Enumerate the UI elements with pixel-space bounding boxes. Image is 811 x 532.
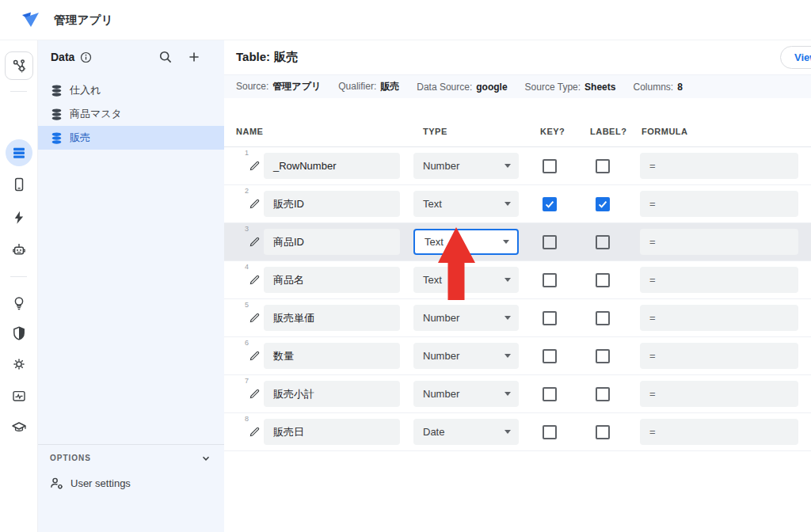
search-tables-button[interactable] <box>158 50 173 64</box>
appsheet-logo-icon[interactable] <box>20 10 40 30</box>
column-row: 5販売単価Number= <box>224 299 811 337</box>
label-checkbox[interactable] <box>596 387 610 401</box>
formula-field[interactable]: = <box>640 305 798 331</box>
key-checkbox[interactable] <box>543 387 557 401</box>
formula-field[interactable]: = <box>640 191 798 217</box>
key-checkbox[interactable] <box>543 197 557 211</box>
dropdown-caret-icon <box>504 164 511 168</box>
column-name-field[interactable]: 販売小計 <box>264 381 400 407</box>
user-settings-item[interactable]: User settings <box>37 471 224 495</box>
column-name-field[interactable]: 販売ID <box>264 191 400 217</box>
table-list-item[interactable]: 商品マスタ <box>37 102 224 126</box>
formula-field[interactable]: = <box>640 229 798 255</box>
robot-icon <box>11 242 27 258</box>
key-checkbox[interactable] <box>543 235 557 249</box>
column-type-dropdown[interactable]: Number <box>413 305 519 331</box>
edit-column-button[interactable] <box>249 426 261 438</box>
dropdown-caret-icon <box>504 392 511 396</box>
add-table-button[interactable] <box>188 51 200 63</box>
key-checkbox[interactable] <box>543 425 557 439</box>
column-type-dropdown[interactable]: Text <box>413 191 519 217</box>
column-type-dropdown[interactable]: Number <box>413 381 519 407</box>
column-type-value: Number <box>423 350 459 362</box>
key-checkbox[interactable] <box>543 273 557 287</box>
rail-intelligence-button[interactable] <box>6 290 32 317</box>
formula-field[interactable]: = <box>640 419 798 445</box>
column-header: FORMULA <box>642 127 688 136</box>
user-settings-icon <box>50 477 63 490</box>
formula-field[interactable]: = <box>640 343 798 369</box>
key-checkbox[interactable] <box>543 349 557 363</box>
column-name-field[interactable]: 数量 <box>264 343 400 369</box>
column-name-field[interactable]: 販売日 <box>264 419 400 445</box>
column-row: 8販売日Date= <box>224 413 811 451</box>
database-icon <box>51 84 63 97</box>
checkmark-icon <box>597 199 608 210</box>
rail-settings-button[interactable] <box>6 351 32 378</box>
rail-automation-button[interactable] <box>6 237 32 264</box>
table-item-label: 商品マスタ <box>70 107 122 121</box>
row-number: 6 <box>245 339 249 347</box>
rail-divider <box>10 276 27 277</box>
edit-column-button[interactable] <box>249 388 261 400</box>
column-name-field[interactable]: 販売単価 <box>264 305 400 331</box>
column-type-value: Text <box>423 198 442 210</box>
options-header[interactable]: OPTIONS <box>37 445 224 471</box>
column-row: 6数量Number= <box>224 337 811 375</box>
label-checkbox[interactable] <box>596 235 610 249</box>
formula-field[interactable]: = <box>640 381 798 407</box>
column-row: 2販売IDText= <box>224 185 811 223</box>
rail-manage-button[interactable] <box>6 382 32 409</box>
column-name-field[interactable]: 商品ID <box>264 229 400 255</box>
label-checkbox[interactable] <box>596 311 610 325</box>
search-icon <box>158 50 173 64</box>
column-type-dropdown[interactable]: Number <box>413 153 519 179</box>
table-header: Table: 販売 View <box>224 40 811 74</box>
row-number: 5 <box>245 301 249 309</box>
rail-security-button[interactable] <box>6 320 32 347</box>
label-checkbox[interactable] <box>596 273 610 287</box>
formula-field[interactable]: = <box>640 267 798 293</box>
rail-workflow-gear-button[interactable] <box>5 51 33 80</box>
column-name-field[interactable]: _RowNumber <box>264 153 400 179</box>
checkmark-icon <box>544 199 555 210</box>
column-type-dropdown[interactable]: Text <box>413 267 519 293</box>
column-type-dropdown[interactable]: Date <box>413 419 519 445</box>
shield-icon <box>11 325 27 341</box>
edit-column-button[interactable] <box>249 236 261 248</box>
rail-learn-button[interactable] <box>6 414 32 441</box>
rail-data-button[interactable] <box>6 139 32 166</box>
column-name-field[interactable]: 商品名 <box>264 267 400 293</box>
table-list-item[interactable]: 仕入れ <box>37 78 224 102</box>
edit-column-button[interactable] <box>249 160 261 172</box>
label-checkbox[interactable] <box>596 197 610 211</box>
key-checkbox[interactable] <box>543 159 557 173</box>
edit-column-button[interactable] <box>249 274 261 286</box>
row-number: 7 <box>245 377 249 385</box>
edit-column-button[interactable] <box>249 198 261 210</box>
column-header: KEY? <box>540 127 565 136</box>
rail-actions-button[interactable] <box>6 204 32 231</box>
label-checkbox[interactable] <box>596 349 610 363</box>
column-type-dropdown[interactable]: Number <box>413 343 519 369</box>
column-type-value: Text <box>425 236 444 248</box>
view-button[interactable]: View <box>780 46 811 69</box>
label-checkbox[interactable] <box>596 425 610 439</box>
app-title: 管理アプリ <box>54 13 113 28</box>
formula-field[interactable]: = <box>640 153 798 179</box>
info-icon[interactable] <box>80 51 92 63</box>
key-checkbox[interactable] <box>543 311 557 325</box>
column-rows: 1_RowNumberNumber=2販売IDText=3商品IDText=4商… <box>224 147 811 451</box>
monitor-pulse-icon <box>11 388 27 404</box>
row-number: 8 <box>245 415 249 423</box>
rail-app-views-button[interactable] <box>6 171 32 198</box>
table-title-name: 販売 <box>274 50 298 65</box>
edit-column-button[interactable] <box>249 350 261 362</box>
column-type-dropdown[interactable]: Text <box>413 229 519 255</box>
label-checkbox[interactable] <box>596 159 610 173</box>
column-row: 3商品IDText= <box>224 223 811 261</box>
row-number: 1 <box>245 149 249 157</box>
edit-column-button[interactable] <box>249 312 261 324</box>
graduation-cap-icon <box>11 420 27 435</box>
table-list-item[interactable]: 販売 <box>37 126 224 150</box>
